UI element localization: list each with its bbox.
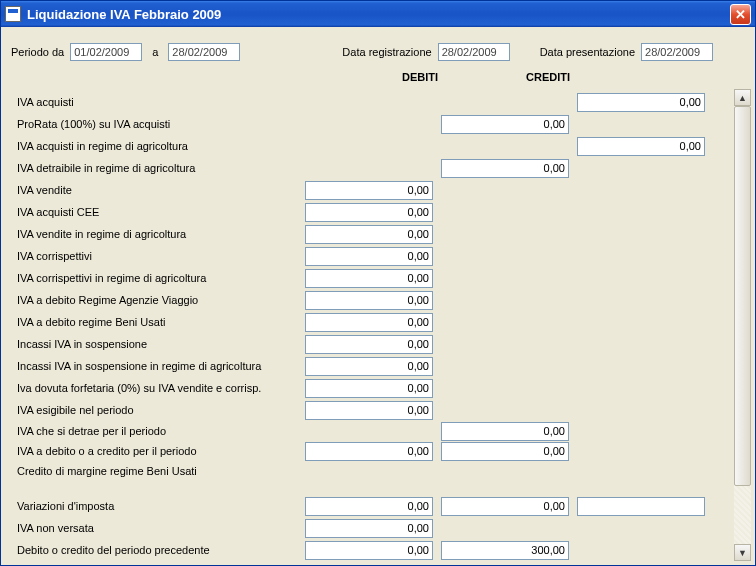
debiti-iva_vendite_agri-cell: [305, 225, 433, 244]
data-registrazione-input[interactable]: [438, 43, 510, 61]
extra-iva_vendite-cell: [577, 181, 705, 200]
row-iva-vendite: IVA vendite: [17, 179, 726, 201]
scroll-up-button[interactable]: ▲: [734, 89, 751, 106]
debiti-iva_deb_beni_usati-input[interactable]: [305, 313, 433, 332]
crediti-credito_margine_beni-cell: [441, 462, 569, 481]
extra-iva_deb_beni_usati-cell: [577, 313, 705, 332]
row-iva-corrispettivi-agri: IVA corrispettivi in regime di agricoltu…: [17, 267, 726, 289]
crediti-iva_deb_cred_periodo-cell: [441, 442, 569, 461]
debiti-iva_acq_cee-cell: [305, 203, 433, 222]
vertical-scrollbar[interactable]: ▲ ▼: [734, 89, 751, 561]
header-row: Periodo da a Data registrazione Data pre…: [1, 27, 755, 67]
scroll-thumb[interactable]: [734, 106, 751, 486]
window-title: Liquidazione IVA Febbraio 2009: [27, 7, 730, 22]
debiti-iva_non_versata-input[interactable]: [305, 519, 433, 538]
debiti-iva_vendite-cell: [305, 181, 433, 200]
crediti-variazioni_imposta-cell: [441, 497, 569, 516]
row-label: IVA che si detrae per il periodo: [17, 425, 305, 437]
data-registrazione-label: Data registrazione: [342, 46, 431, 58]
close-icon[interactable]: ✕: [730, 4, 751, 25]
debiti-iva_acq_cee-input[interactable]: [305, 203, 433, 222]
crediti-iva_vendite-cell: [441, 181, 569, 200]
row-iva-deb-beni-usati: IVA a debito regime Beni Usati: [17, 311, 726, 333]
crediti-iva_detrae-cell: [441, 422, 569, 441]
crediti-iva_detr_agricoltura-cell: [441, 159, 569, 178]
row-iva-vendite-agri: IVA vendite in regime di agricoltura: [17, 223, 726, 245]
extra-iva_acq_agricoltura-input[interactable]: [577, 137, 705, 156]
debiti-variazioni_imposta-cell: [305, 497, 433, 516]
debiti-iva_deb_agenzie-input[interactable]: [305, 291, 433, 310]
row-iva-dovuta-forf: Iva dovuta forfetaria (0%) su IVA vendit…: [17, 377, 726, 399]
periodo-da-input[interactable]: [70, 43, 142, 61]
debiti-iva_esigibile-input[interactable]: [305, 401, 433, 420]
crediti-variazioni_imposta-input[interactable]: [441, 497, 569, 516]
debiti-credito_margine_beni-cell: [305, 462, 433, 481]
row-iva-deb-agenzie: IVA a debito Regime Agenzie Viaggio: [17, 289, 726, 311]
row-iva-detr-agricoltura: IVA detraibile in regime di agricoltura: [17, 157, 726, 179]
crediti-iva_detrae-input[interactable]: [441, 422, 569, 441]
debiti-iva_vendite-input[interactable]: [305, 181, 433, 200]
row-iva-acq-agricoltura: IVA acquisti in regime di agricoltura: [17, 135, 726, 157]
crediti-iva_deb_beni_usati-cell: [441, 313, 569, 332]
columns-header: DEBITI CREDITI: [1, 67, 755, 89]
extra-incassi_iva_sosp-cell: [577, 335, 705, 354]
crediti-iva_vendite_agri-cell: [441, 225, 569, 244]
row-label: Variazioni d'imposta: [17, 500, 305, 512]
extra-prorata-cell: [577, 115, 705, 134]
row-label: IVA a debito Regime Agenzie Viaggio: [17, 294, 305, 306]
scroll-track[interactable]: [734, 106, 751, 544]
debiti-iva_corrispettivi_agri-input[interactable]: [305, 269, 433, 288]
debiti-iva_corrispettivi-input[interactable]: [305, 247, 433, 266]
crediti-iva_corrispettivi_agri-cell: [441, 269, 569, 288]
column-debiti-header: DEBITI: [356, 71, 484, 83]
row-label: Iva dovuta forfetaria (0%) su IVA vendit…: [17, 382, 305, 394]
crediti-prorata-cell: [441, 115, 569, 134]
extra-iva_acquisti-input[interactable]: [577, 93, 705, 112]
row-credito-margine-beni: Credito di margine regime Beni Usati: [17, 461, 726, 481]
extra-iva_acq_agricoltura-cell: [577, 137, 705, 156]
debiti-iva_detrae-cell: [305, 422, 433, 441]
crediti-iva_acquisti-cell: [441, 93, 569, 112]
row-label: IVA corrispettivi in regime di agricoltu…: [17, 272, 305, 284]
scroll-area: IVA acquistiProRata (100%) su IVA acquis…: [5, 89, 751, 561]
row-label: ProRata (100%) su IVA acquisti: [17, 118, 305, 130]
row-label: IVA corrispettivi: [17, 250, 305, 262]
extra-iva_acquisti-cell: [577, 93, 705, 112]
crediti-iva_deb_cred_periodo-input[interactable]: [441, 442, 569, 461]
row-label: IVA non versata: [17, 522, 305, 534]
debiti-incassi_iva_sosp-input[interactable]: [305, 335, 433, 354]
crediti-deb_cred_periodo_prec-input[interactable]: [441, 541, 569, 560]
extra-credito_margine_beni-cell: [577, 462, 705, 481]
row-label: Credito di margine regime Beni Usati: [17, 465, 305, 477]
debiti-incassi_iva_sosp_agri-input[interactable]: [305, 357, 433, 376]
debiti-iva_deb_agenzie-cell: [305, 291, 433, 310]
crediti-iva_acq_cee-cell: [441, 203, 569, 222]
crediti-incassi_iva_sosp-cell: [441, 335, 569, 354]
debiti-variazioni_imposta-input[interactable]: [305, 497, 433, 516]
row-label: IVA a debito regime Beni Usati: [17, 316, 305, 328]
extra-variazioni_imposta-input[interactable]: [577, 497, 705, 516]
crediti-iva_detr_agricoltura-input[interactable]: [441, 159, 569, 178]
crediti-iva_esigibile-cell: [441, 401, 569, 420]
debiti-iva_dovuta_forf-input[interactable]: [305, 379, 433, 398]
row-label: IVA a debito o a credito per il periodo: [17, 445, 305, 457]
crediti-prorata-input[interactable]: [441, 115, 569, 134]
app-icon: [5, 6, 21, 22]
debiti-iva_vendite_agri-input[interactable]: [305, 225, 433, 244]
extra-iva_corrispettivi_agri-cell: [577, 269, 705, 288]
extra-deb_cred_periodo_prec-cell: [577, 541, 705, 560]
row-prorata: ProRata (100%) su IVA acquisti: [17, 113, 726, 135]
titlebar[interactable]: Liquidazione IVA Febbraio 2009 ✕: [1, 1, 755, 27]
a-label: a: [152, 46, 158, 58]
debiti-incassi_iva_sosp_agri-cell: [305, 357, 433, 376]
periodo-a-input[interactable]: [168, 43, 240, 61]
data-presentazione-input[interactable]: [641, 43, 713, 61]
row-label: Incassi IVA in sospensione: [17, 338, 305, 350]
scroll-down-button[interactable]: ▼: [734, 544, 751, 561]
debiti-deb_cred_periodo_prec-input[interactable]: [305, 541, 433, 560]
debiti-iva_deb_beni_usati-cell: [305, 313, 433, 332]
row-iva-esigibile: IVA esigibile nel periodo: [17, 399, 726, 421]
row-label: Incassi IVA in sospensione in regime di …: [17, 360, 305, 372]
debiti-iva_deb_cred_periodo-input[interactable]: [305, 442, 433, 461]
extra-iva_corrispettivi-cell: [577, 247, 705, 266]
